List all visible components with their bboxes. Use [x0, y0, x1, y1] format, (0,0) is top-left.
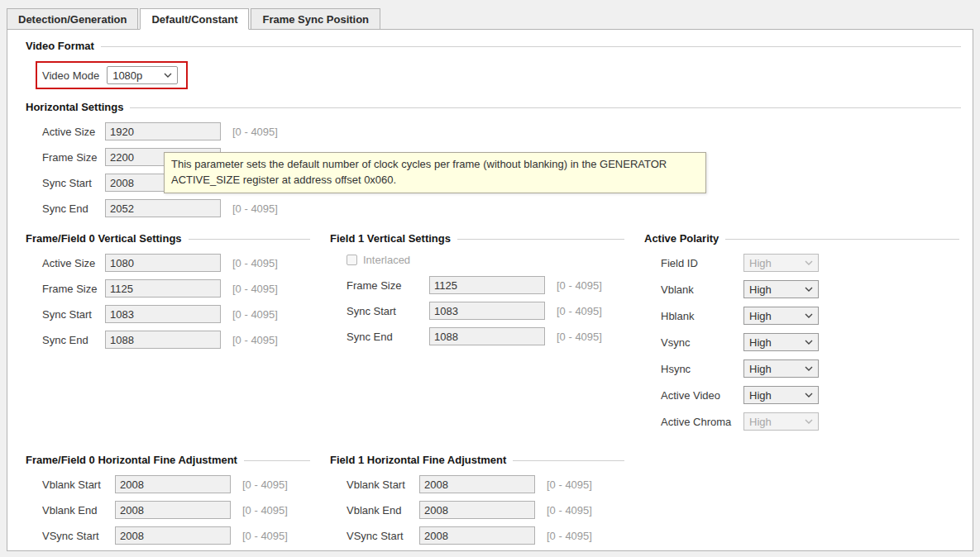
f1-sync-end-input[interactable] [429, 327, 545, 345]
field-id-select[interactable]: High [743, 254, 819, 272]
selected-value: High [749, 310, 772, 322]
f1-vsync-start-input[interactable] [419, 526, 535, 545]
range-hint: [0 - 4095] [242, 530, 288, 542]
f0-vblank-start-input[interactable] [115, 475, 231, 493]
field-label: Frame Size [42, 151, 105, 164]
section-title-text: Frame/Field 0 Horizontal Fine Adjustment [26, 454, 237, 466]
range-hint: [0 - 4095] [557, 279, 602, 292]
highlight-box: Video Mode 1080p [36, 61, 188, 89]
range-hint: [0 - 4095] [547, 530, 592, 542]
form-row: Active Video High [661, 386, 959, 404]
horizontal-settings-title: Horizontal Settings [26, 101, 961, 113]
form-row: Sync Start [0 - 4095] [347, 302, 624, 320]
chevron-down-icon [805, 419, 813, 424]
field-label: Vblank Start [42, 478, 115, 491]
field-label: Active Size [42, 257, 105, 269]
form-row: Vblank High [661, 280, 959, 298]
selected-value: High [749, 257, 772, 269]
tab-default-constant[interactable]: Default/Constant [140, 8, 249, 30]
video-mode-value: 1080p [112, 69, 142, 82]
field0-fine-section: Frame/Field 0 Horizontal Fine Adjustment… [26, 454, 330, 551]
field0-fine-title: Frame/Field 0 Horizontal Fine Adjustment [26, 454, 310, 466]
active-chroma-select[interactable]: High [743, 412, 819, 431]
range-hint: [0 - 4095] [557, 331, 602, 343]
hblank-select[interactable]: High [743, 307, 819, 325]
field-label: Frame Size [347, 279, 429, 292]
field-label: VSync Start [347, 530, 419, 542]
range-hint: [0 - 4095] [242, 478, 288, 491]
field1-vertical-title: Field 1 Vertical Settings [330, 232, 624, 245]
chevron-down-icon [164, 73, 172, 78]
f0-sync-start-input[interactable] [105, 305, 221, 323]
range-hint: [0 - 4095] [232, 283, 278, 295]
default-constant-panel: Video Format Video Mode 1080p Horizontal… [7, 29, 973, 551]
f0-sync-end-input[interactable] [105, 331, 221, 349]
field-label: Active Video [661, 389, 743, 402]
section-title-text: Video Format [26, 40, 94, 52]
form-row: Active Size [0 - 4095] [42, 254, 310, 272]
interlaced-label: Interlaced [363, 254, 410, 266]
range-hint: [0 - 4095] [232, 308, 278, 321]
tab-bar: Detection/Generation Default/Constant Fr… [7, 8, 973, 30]
f1-vblank-start-input[interactable] [419, 475, 535, 493]
range-hint: [0 - 4095] [232, 126, 278, 138]
interlaced-checkbox[interactable] [347, 255, 357, 265]
selected-value: High [749, 283, 772, 296]
form-row: Active Chroma High [661, 412, 959, 431]
section-title-text: Field 1 Horizontal Fine Adjustment [330, 454, 506, 466]
f0-frame-size-input[interactable] [105, 279, 221, 298]
h-sync-end-input[interactable] [105, 199, 221, 217]
form-row: Active Size [0 - 4095] [42, 122, 961, 140]
tooltip: This parameter sets the default number o… [164, 152, 706, 193]
range-hint: [0 - 4095] [232, 257, 278, 269]
field-label: Sync Start [42, 177, 105, 189]
f1-sync-start-input[interactable] [429, 302, 545, 320]
settings-window: Detection/Generation Default/Constant Fr… [0, 0, 980, 557]
selected-value: High [749, 416, 772, 428]
form-row: Vblank End [0 - 4095] [42, 501, 310, 519]
form-row: Hblank High [661, 307, 959, 325]
f1-frame-size-input[interactable] [429, 276, 545, 294]
hsync-select[interactable]: High [743, 359, 819, 378]
chevron-down-icon [805, 287, 813, 292]
field-label: Vsync [661, 336, 743, 349]
form-row: Field ID High [661, 254, 959, 272]
field-label: Active Size [42, 126, 105, 138]
video-format-title: Video Format [26, 40, 961, 52]
f0-active-size-input[interactable] [105, 254, 221, 272]
range-hint: [0 - 4095] [242, 504, 288, 517]
field-label: Vblank [661, 283, 743, 296]
field-label: Vblank End [347, 504, 419, 517]
active-video-select[interactable]: High [743, 386, 819, 404]
vsync-select[interactable]: High [743, 333, 819, 351]
range-hint: [0 - 4095] [557, 305, 602, 317]
bottom-grid: Frame/Field 0 Horizontal Fine Adjustment… [26, 454, 961, 551]
f0-vsync-start-input[interactable] [115, 526, 231, 545]
f1-vblank-end-input[interactable] [419, 501, 535, 519]
field-label: Active Chroma [661, 416, 743, 428]
tab-detection-generation[interactable]: Detection/Generation [7, 8, 138, 30]
field-label: Vblank End [42, 504, 115, 517]
interlaced-row: Interlaced [347, 254, 624, 266]
h-active-size-input[interactable] [105, 122, 221, 140]
form-row: Sync Start [0 - 4095] [42, 305, 310, 323]
f0-vblank-end-input[interactable] [115, 501, 231, 519]
field0-vertical-title: Frame/Field 0 Vertical Settings [26, 232, 310, 245]
form-row: Sync End [0 - 4095] [42, 199, 961, 217]
selected-value: High [749, 336, 772, 349]
empty-column [644, 454, 961, 551]
field-label: Field ID [661, 257, 743, 269]
section-title-text: Active Polarity [644, 232, 719, 245]
range-hint: [0 - 4095] [232, 202, 278, 215]
form-row: Frame Size [0 - 4095] [347, 276, 624, 294]
video-mode-select[interactable]: 1080p [107, 66, 178, 84]
form-row: Vblank Start [0 - 4095] [42, 475, 310, 493]
form-row: Vblank Start [0 - 4095] [347, 475, 624, 493]
form-row: VSync Start [0 - 4095] [347, 526, 624, 545]
selected-value: High [749, 363, 772, 375]
field1-fine-section: Field 1 Horizontal Fine Adjustment Vblan… [330, 454, 644, 551]
field0-vertical-section: Frame/Field 0 Vertical Settings Active S… [26, 232, 330, 439]
tab-frame-sync-position[interactable]: Frame Sync Position [251, 8, 380, 30]
vblank-select[interactable]: High [743, 280, 819, 298]
field-label: Sync Start [42, 308, 105, 321]
